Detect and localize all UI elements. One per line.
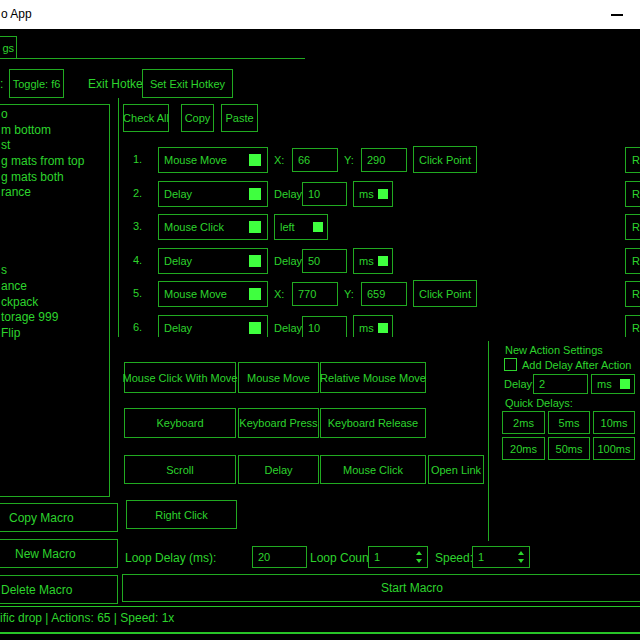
loop-delay-input[interactable]: 20 [252,546,307,568]
macro-list-item[interactable]: Flip [0,326,109,342]
toggle-hotkey-label: : [0,77,3,91]
remove-action-button[interactable]: R [625,281,640,307]
y-input[interactable]: 290 [361,148,407,172]
spinner-up-icon[interactable] [416,551,422,555]
right-click-button[interactable]: Right Click [126,500,237,529]
paste-button[interactable]: Paste [221,104,258,132]
mouse-click-with-move-button[interactable]: Mouse Click With Move [124,362,236,393]
delay-label: Delay [274,188,302,200]
statusbar-top-border [0,606,640,607]
x-value: 66 [298,154,310,166]
click-point-button[interactable]: Click Point [413,146,477,173]
settings-delay-unit-value: ms [597,378,612,390]
dropdown-arrow-icon [249,188,261,200]
macro-list-item[interactable]: torage 999 [0,310,109,326]
relative-mouse-move-button[interactable]: Relative Mouse Move [320,362,426,393]
delete-macro-button[interactable]: Delete Macro [0,575,118,604]
macro-list-item[interactable]: ckpack [0,295,109,311]
keyboard-button[interactable]: Keyboard [124,408,236,438]
y-input[interactable]: 659 [361,282,407,306]
settings-delay-input[interactable]: 2 [533,374,588,394]
macro-list-item[interactable]: s [0,263,109,279]
mouse-move-button[interactable]: Mouse Move [238,362,319,393]
mouse-button-value: left [280,221,295,233]
delay-input[interactable]: 10 [302,316,347,337]
mouse-button-select[interactable]: left [274,214,328,240]
new-action-settings-title: New Action Settings [505,344,603,356]
titlebar: o App [0,0,640,29]
loop-count-stepper[interactable]: 1 [368,546,428,568]
macro-list-item[interactable]: o [0,107,109,123]
delay-value: 50 [308,255,320,267]
quick-delay-5ms-button[interactable]: 5ms [548,411,590,434]
quick-delay-20ms-button[interactable]: 20ms [502,437,545,460]
action-type-select[interactable]: Mouse Move [158,147,268,173]
delay-value: 10 [308,188,320,200]
mouse-click-button[interactable]: Mouse Click [320,455,426,484]
macro-list-item[interactable] [0,216,109,232]
scroll-button[interactable]: Scroll [124,455,236,484]
delay-input[interactable]: 50 [302,249,347,273]
action-type-select[interactable]: Delay [158,248,268,274]
open-link-button[interactable]: Open Link [428,455,484,484]
x-input[interactable]: 770 [292,282,338,306]
check-all-button[interactable]: Check All [123,104,169,132]
y-value: 290 [367,154,385,166]
minimize-button[interactable] [596,0,640,29]
macro-list-item[interactable]: ance [0,279,109,295]
macro-list-item[interactable] [0,201,109,217]
settings-delay-unit-select[interactable]: ms [591,374,635,394]
tab-settings[interactable]: gs [0,36,17,59]
remove-action-button[interactable]: R [625,315,640,337]
statusbar-bottom-border [0,632,640,634]
action-type-value: Mouse Move [164,288,227,300]
remove-action-button[interactable]: R [625,147,640,173]
new-macro-button[interactable]: New Macro [0,539,118,568]
toggle-hotkey-button[interactable]: Toggle: f6 [9,69,64,98]
delay-input[interactable]: 10 [302,182,347,206]
quick-delay-10ms-button[interactable]: 10ms [593,411,635,434]
remove-action-button[interactable]: R [625,214,640,240]
actions-panel: Check All Copy Paste 1. Mouse Move X: 66… [118,98,640,337]
macro-list-item[interactable]: st [0,138,109,154]
quick-delay-50ms-button[interactable]: 50ms [548,437,590,460]
action-type-value: Delay [164,188,192,200]
macro-list-item[interactable]: rance [0,185,109,201]
macro-list-item[interactable] [0,232,109,248]
action-type-select[interactable]: Delay [158,315,268,337]
speed-stepper[interactable]: 1 [472,546,530,568]
macro-list-item[interactable]: g mats from top [0,154,109,170]
quick-delay-100ms-button[interactable]: 100ms [593,437,635,460]
action-type-select[interactable]: Delay [158,181,268,207]
delay-unit-select[interactable]: ms [353,181,393,207]
add-delay-checkbox[interactable] [504,358,517,371]
delay-unit-select[interactable]: ms [353,315,393,337]
start-macro-button[interactable]: Start Macro [122,574,640,602]
spinner-down-icon[interactable] [518,559,524,563]
keyboard-release-button[interactable]: Keyboard Release [320,408,426,438]
delay-unit-select[interactable]: ms [353,248,393,274]
x-label: X: [274,288,284,300]
set-exit-hotkey-button[interactable]: Set Exit Hotkey [142,69,233,98]
macro-list-item[interactable]: m bottom [0,123,109,139]
quick-delay-2ms-button[interactable]: 2ms [502,411,545,434]
action-type-select[interactable]: Mouse Click [158,214,268,240]
click-point-button[interactable]: Click Point [413,280,477,307]
copy-button[interactable]: Copy [181,104,214,132]
macro-list[interactable]: o m bottom st g mats from top g mats bot… [0,104,110,497]
copy-macro-button[interactable]: Copy Macro [0,503,118,532]
remove-action-button[interactable]: R [625,248,640,274]
dropdown-arrow-icon [249,322,261,334]
spinner-up-icon[interactable] [518,551,524,555]
delay-button[interactable]: Delay [238,455,319,484]
macro-list-item[interactable] [0,248,109,264]
spinner-down-icon[interactable] [416,559,422,563]
delay-label: Delay [274,255,302,267]
x-input[interactable]: 66 [292,148,338,172]
remove-action-button[interactable]: R [625,181,640,207]
dropdown-arrow-icon [620,379,630,389]
keyboard-press-button[interactable]: Keyboard Press [238,408,319,438]
settings-delay-value: 2 [539,378,545,390]
macro-list-item[interactable]: g mats both [0,170,109,186]
action-type-select[interactable]: Mouse Move [158,281,268,307]
